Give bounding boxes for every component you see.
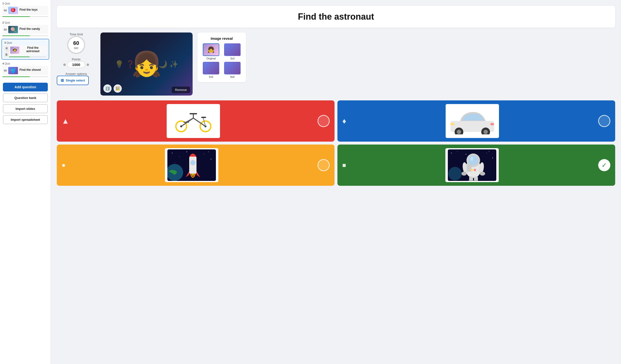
shape-diamond: ♦ — [342, 117, 346, 126]
import-slides-button[interactable]: Import slides — [3, 104, 48, 113]
answer-image-rocket — [165, 148, 218, 182]
settings-panel: Time limit 60 sec Points 1000 Answer opt… — [57, 33, 96, 85]
svg-point-35 — [492, 158, 493, 158]
main-content: Find the astronaut Time limit 60 sec Poi… — [51, 0, 621, 364]
quiz-item-score-1: 60 — [4, 9, 7, 12]
svg-point-43 — [461, 172, 467, 176]
svg-point-22 — [186, 151, 187, 152]
svg-point-52 — [448, 167, 462, 181]
quiz-item-bar-fill-4 — [2, 76, 30, 77]
svg-point-39 — [468, 155, 478, 165]
svg-point-44 — [480, 172, 485, 176]
quiz-item-4[interactable]: 4 Quiz 60 🪣 Find the shovel — [0, 60, 51, 79]
quiz-item-bar-3 — [4, 56, 46, 57]
add-question-button[interactable]: Add question — [3, 83, 48, 91]
import-spreadsheet-button[interactable]: Import spreadsheet — [3, 115, 48, 124]
quiz-item-inner-1: 60 🪀 Find the toys — [2, 6, 48, 15]
image-edit-button[interactable]: 🖼️ — [114, 84, 122, 93]
answer-card-b[interactable]: ♦ — [337, 100, 615, 142]
question-title-card: Find the astronaut — [57, 6, 615, 28]
svg-line-8 — [186, 118, 193, 122]
reveal-option-original[interactable]: 👧 Original — [201, 43, 221, 60]
image-bottom-icons: ℹ️ 🖼️ — [103, 84, 122, 93]
quiz-item-header-3: 3 Quiz — [4, 41, 46, 44]
svg-point-18 — [490, 123, 494, 125]
svg-point-31 — [451, 153, 452, 153]
svg-point-21 — [179, 156, 180, 157]
reveal-option-5x5[interactable]: 5x5 — [201, 62, 221, 78]
reveal-label-5x5: 5x5 — [209, 75, 213, 78]
answer-image-car — [446, 104, 499, 138]
quiz-item-3[interactable]: 3 Quiz 60 🧑‍🚀 Find the astronaut 🖥 🗑 — [1, 39, 49, 60]
single-select-label: Single select — [66, 79, 85, 82]
points-value: 1000 — [67, 61, 85, 68]
quiz-item-thumb-3: 🧑‍🚀 — [10, 47, 19, 54]
question-bank-button[interactable]: Question bank — [3, 93, 48, 102]
quiz-item-title-2: Find the candy — [19, 27, 40, 31]
quiz-item-header-1: 1 Quiz — [2, 2, 48, 5]
answer-selector-a[interactable] — [318, 115, 330, 127]
remove-image-button[interactable]: Remove — [172, 87, 190, 93]
image-panel: 💡❓🌈⭐🌙✨ 👧 ℹ️ 🖼️ Remove — [101, 33, 193, 96]
svg-point-16 — [483, 130, 488, 134]
answer-selector-d[interactable]: ✓ — [598, 159, 610, 171]
svg-rect-46 — [474, 177, 478, 181]
quiz-item-inner-3: 60 🧑‍🚀 Find the astronaut — [4, 45, 46, 55]
svg-point-40 — [470, 157, 473, 161]
question-title: Find the astronaut — [65, 12, 607, 22]
svg-rect-48 — [473, 181, 478, 181]
quiz-item-bar-1 — [2, 16, 48, 17]
answer-card-c[interactable]: ● — [57, 145, 334, 186]
answer-selector-c[interactable] — [318, 159, 330, 171]
svg-point-26 — [174, 163, 175, 163]
points-dot-right — [86, 64, 89, 66]
points-label: Points — [57, 57, 96, 61]
reveal-thumb-5x5 — [203, 62, 219, 74]
single-select-button[interactable]: ⊞ Single select — [57, 76, 89, 85]
time-unit: sec — [74, 46, 79, 50]
reveal-option-3x3[interactable]: 3x3 — [223, 43, 242, 60]
svg-point-33 — [466, 154, 466, 155]
main-image: 💡❓🌈⭐🌙✨ 👧 ℹ️ 🖼️ Remove — [101, 33, 193, 96]
svg-point-20 — [172, 153, 172, 153]
quiz-item-1[interactable]: 1 Quiz 60 🪀 Find the toys — [0, 0, 51, 19]
image-reveal-title: Image reveal — [201, 36, 242, 40]
svg-rect-45 — [469, 177, 473, 181]
quiz-item-title-1: Find the toys — [19, 8, 38, 11]
single-select-icon: ⊞ — [61, 78, 64, 83]
svg-rect-49 — [467, 165, 472, 172]
time-value: 60 — [73, 40, 79, 46]
quiz-item-thumb-4: 🪣 — [8, 67, 18, 74]
quiz-item-2[interactable]: 2 Quiz 60 🍭 Find the candy — [0, 19, 51, 38]
reveal-thumb-original: 👧 — [203, 43, 219, 56]
answer-card-d[interactable]: ■ — [337, 145, 615, 186]
svg-point-34 — [486, 153, 487, 153]
svg-point-23 — [204, 154, 204, 154]
quiz-item-bar-fill-1 — [2, 16, 30, 17]
quiz-item-header-2: 2 Quiz — [2, 21, 48, 24]
points-dot-left — [63, 64, 66, 66]
quiz-item-header-4: 4 Quiz — [2, 62, 48, 65]
middle-row: Time limit 60 sec Points 1000 Answer opt… — [57, 33, 615, 96]
reveal-thumb-3x3 — [224, 43, 241, 56]
answer-card-a[interactable]: ▲ — [57, 100, 334, 142]
svg-rect-47 — [468, 181, 474, 181]
quiz-item-inner-2: 60 🍭 Find the candy — [2, 25, 48, 34]
quiz-item-bar-2 — [2, 35, 48, 36]
quiz-item-thumb-2: 🍭 — [8, 26, 18, 33]
quiz-item-delete-icon[interactable]: 🗑 — [4, 52, 9, 57]
sidebar-buttons: Add question Question bank Import slides… — [0, 80, 51, 127]
quiz-item-inner-4: 60 🪣 Find the shovel — [2, 66, 48, 75]
svg-point-17 — [450, 123, 454, 125]
reveal-option-8x8[interactable]: 8x8 — [223, 62, 242, 78]
image-info-button[interactable]: ℹ️ — [103, 84, 112, 93]
svg-point-36 — [489, 151, 489, 151]
quiz-item-screen-icon[interactable]: 🖥 — [4, 46, 9, 51]
answer-selector-b[interactable] — [598, 115, 610, 127]
answer-image-astronaut — [445, 148, 499, 182]
image-reveal-panel: Image reveal 👧 Original 3x3 — [197, 33, 246, 82]
reveal-thumb-8x8 — [224, 62, 241, 74]
shape-triangle: ▲ — [62, 117, 69, 126]
svg-point-25 — [208, 151, 209, 152]
shape-square: ■ — [342, 162, 346, 169]
